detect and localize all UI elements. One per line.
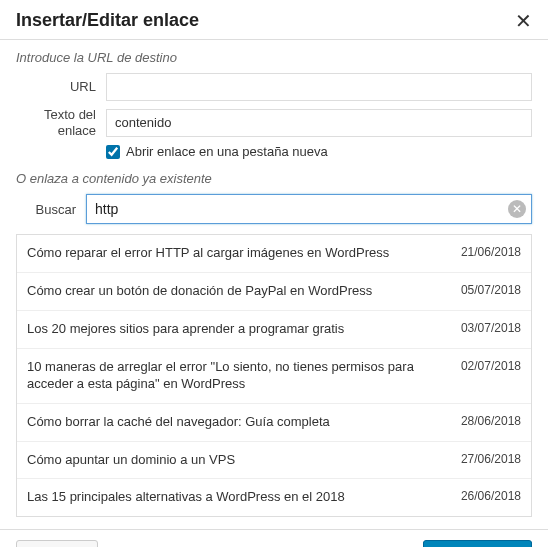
search-row: Buscar ✕ (16, 194, 532, 224)
result-item[interactable]: Cómo crear un botón de donación de PayPa… (17, 273, 531, 311)
search-input-wrap: ✕ (86, 194, 532, 224)
result-title: Cómo reparar el error HTTP al cargar imá… (27, 245, 443, 262)
results-list: Cómo reparar el error HTTP al cargar imá… (16, 234, 532, 517)
new-tab-label: Abrir enlace en una pestaña nueva (126, 144, 328, 159)
link-text-label: Texto del enlace (16, 107, 106, 138)
search-label: Buscar (16, 202, 86, 217)
intro-text: Introduce la URL de destino (16, 50, 532, 65)
result-date: 26/06/2018 (453, 489, 521, 503)
link-text-row: Texto del enlace (16, 107, 532, 138)
result-date: 02/07/2018 (453, 359, 521, 373)
result-title: Cómo borrar la caché del navegador: Guía… (27, 414, 443, 431)
search-input[interactable] (86, 194, 532, 224)
dialog-body: Introduce la URL de destino URL Texto de… (0, 40, 548, 517)
result-item[interactable]: Cómo apuntar un dominio a un VPS27/06/20… (17, 442, 531, 480)
result-date: 28/06/2018 (453, 414, 521, 428)
existing-heading: O enlaza a contenido ya existente (16, 171, 532, 186)
result-date: 27/06/2018 (453, 452, 521, 466)
close-icon[interactable]: ✕ (515, 11, 532, 31)
result-date: 03/07/2018 (453, 321, 521, 335)
cancel-button[interactable]: Cancelar (16, 540, 98, 547)
result-date: 05/07/2018 (453, 283, 521, 297)
result-title: Las 15 principales alternativas a WordPr… (27, 489, 443, 506)
result-item[interactable]: 10 maneras de arreglar el error "Lo sien… (17, 349, 531, 404)
link-dialog: Insertar/Editar enlace ✕ Introduce la UR… (0, 0, 548, 547)
add-link-button[interactable]: Añadir enlace (423, 540, 533, 547)
new-tab-checkbox[interactable] (106, 145, 120, 159)
dialog-header: Insertar/Editar enlace ✕ (0, 0, 548, 40)
result-date: 21/06/2018 (453, 245, 521, 259)
clear-search-icon[interactable]: ✕ (508, 200, 526, 218)
dialog-footer: Cancelar Añadir enlace (0, 529, 548, 547)
result-item[interactable]: Las 15 principales alternativas a WordPr… (17, 479, 531, 516)
result-item[interactable]: Los 20 mejores sitios para aprender a pr… (17, 311, 531, 349)
result-title: Los 20 mejores sitios para aprender a pr… (27, 321, 443, 338)
dialog-title: Insertar/Editar enlace (16, 10, 199, 31)
url-label: URL (16, 79, 106, 95)
url-input[interactable] (106, 73, 532, 101)
result-title: Cómo crear un botón de donación de PayPa… (27, 283, 443, 300)
link-text-input[interactable] (106, 109, 532, 137)
result-item[interactable]: Cómo reparar el error HTTP al cargar imá… (17, 235, 531, 273)
new-tab-row: Abrir enlace en una pestaña nueva (106, 144, 532, 159)
url-row: URL (16, 73, 532, 101)
result-item[interactable]: Cómo borrar la caché del navegador: Guía… (17, 404, 531, 442)
result-title: Cómo apuntar un dominio a un VPS (27, 452, 443, 469)
result-title: 10 maneras de arreglar el error "Lo sien… (27, 359, 443, 393)
